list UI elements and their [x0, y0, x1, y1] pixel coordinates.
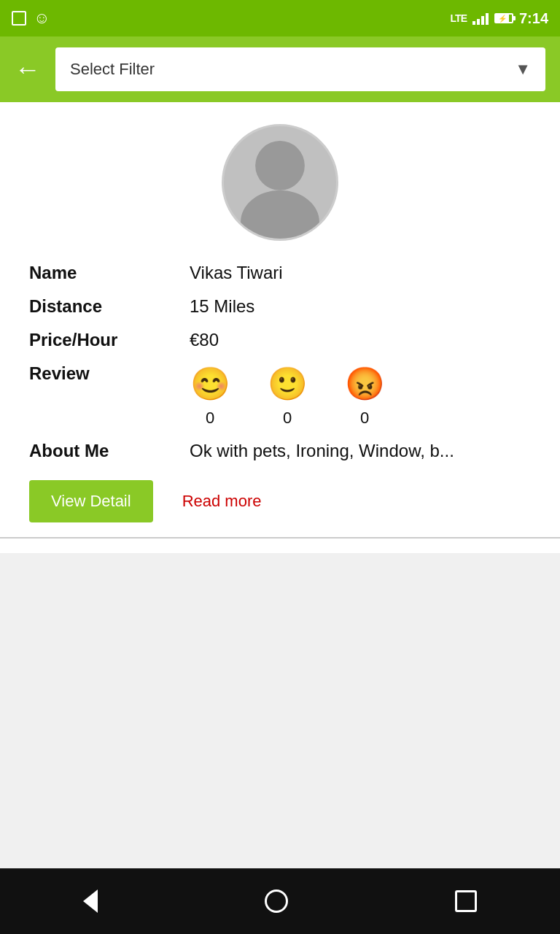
lte-badge: LTE: [451, 12, 467, 24]
recents-nav-icon: [455, 890, 477, 912]
buttons-row: View Detail Read more: [0, 480, 560, 522]
distance-row: Distance 15 Miles: [29, 296, 531, 317]
signal-bar-2: [477, 19, 480, 25]
neutral-count: 0: [283, 409, 292, 428]
name-row: Name Vikas Tiwari: [29, 263, 531, 283]
about-label: About Me: [29, 441, 190, 461]
signal-bar-1: [472, 21, 475, 25]
view-detail-button[interactable]: View Detail: [29, 480, 153, 522]
signal-bar-3: [481, 16, 484, 25]
chevron-down-icon: ▼: [515, 60, 531, 79]
bottom-navigation: [0, 868, 560, 934]
sad-review: 😡 0: [344, 363, 385, 428]
profile-details: Name Vikas Tiwari Distance 15 Miles Pric…: [0, 255, 560, 480]
review-label: Review: [29, 363, 190, 384]
sad-face-icon: 😡: [344, 363, 385, 404]
name-label: Name: [29, 263, 190, 283]
review-faces: 😊 0 🙂 0 😡 0: [190, 363, 385, 428]
status-bar-left: ☺: [12, 9, 50, 28]
neutral-face-icon: 🙂: [267, 363, 308, 404]
status-bar-right: LTE ⚡ 7:14: [451, 10, 548, 27]
happy-face-icon: 😊: [190, 363, 230, 404]
price-value: €80: [190, 330, 219, 350]
home-nav-icon: [265, 889, 288, 913]
name-value: Vikas Tiwari: [190, 263, 283, 283]
svg-point-1: [241, 190, 319, 239]
price-label: Price/Hour: [29, 330, 190, 350]
svg-point-0: [255, 141, 305, 190]
happy-count: 0: [206, 409, 214, 428]
time-display: 7:14: [519, 10, 548, 27]
distance-value: 15 Miles: [190, 296, 254, 317]
avatar-silhouette: [224, 126, 336, 239]
back-button[interactable]: ←: [15, 54, 41, 85]
main-content: Name Vikas Tiwari Distance 15 Miles Pric…: [0, 102, 560, 553]
price-row: Price/Hour €80: [29, 330, 531, 350]
toolbar: ← Select Filter ▼: [0, 36, 560, 102]
happy-review: 😊 0: [190, 363, 230, 428]
back-arrow-icon: ←: [15, 54, 41, 85]
battery-fill: ⚡: [496, 15, 509, 22]
filter-dropdown[interactable]: Select Filter ▼: [55, 47, 545, 91]
sim-icon: [12, 11, 26, 26]
home-nav-button[interactable]: [265, 889, 288, 913]
avatar: [222, 124, 338, 241]
neutral-review: 🙂 0: [267, 363, 308, 428]
sad-count: 0: [360, 409, 369, 428]
about-value: Ok with pets, Ironing, Window, b...: [190, 441, 531, 461]
signal-bar-4: [486, 13, 489, 25]
status-bar: ☺ LTE ⚡ 7:14: [0, 0, 560, 36]
divider: [0, 537, 560, 539]
avatar-section: [0, 102, 560, 255]
signal-bars: [472, 12, 489, 25]
back-nav-icon: [83, 889, 98, 913]
read-more-button[interactable]: Read more: [182, 492, 262, 511]
about-row: About Me Ok with pets, Ironing, Window, …: [29, 441, 531, 461]
filter-dropdown-label: Select Filter: [70, 60, 155, 79]
battery-icon: ⚡: [494, 13, 513, 23]
android-icon: ☺: [34, 9, 50, 28]
review-row: Review 😊 0 🙂 0 😡 0: [29, 363, 531, 428]
empty-area: [0, 553, 560, 867]
battery-bolt: ⚡: [498, 15, 507, 23]
recents-nav-button[interactable]: [455, 890, 477, 912]
back-nav-button[interactable]: [83, 889, 98, 913]
distance-label: Distance: [29, 296, 190, 317]
